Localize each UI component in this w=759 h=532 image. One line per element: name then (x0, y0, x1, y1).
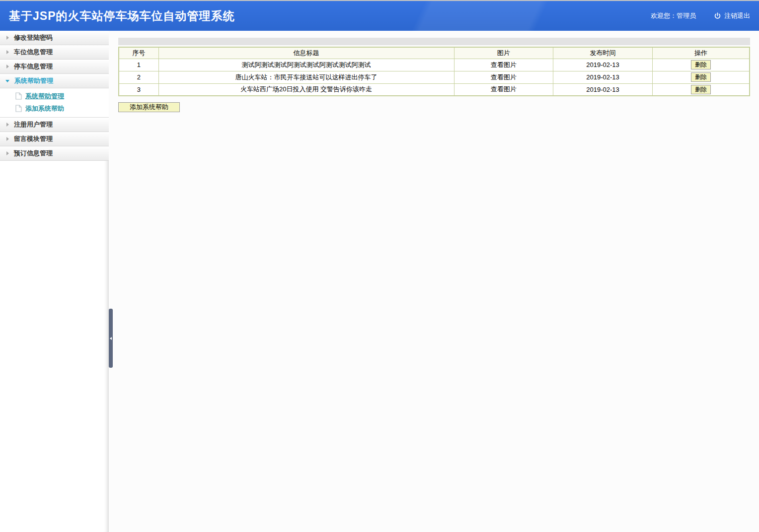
sidebar-item-parking-space-info[interactable]: 车位信息管理 (0, 45, 109, 60)
sidebar-subitem-system-help-management[interactable]: 系统帮助管理 (0, 90, 109, 102)
document-icon (15, 92, 22, 100)
col-header-date: 发布时间 (553, 47, 652, 59)
sidebar-item-parking-info[interactable]: 停车信息管理 (0, 60, 109, 74)
table-row: 1 测试阿测试测试阿测试测试阿测试测试阿测试 查看图片 2019-02-13 删… (119, 59, 750, 71)
view-image-link[interactable]: 查看图片 (454, 83, 553, 96)
welcome-text: 欢迎您：管理员 (651, 11, 696, 20)
view-image-link[interactable]: 查看图片 (454, 71, 553, 83)
add-system-help-button[interactable]: 添加系统帮助 (118, 102, 180, 112)
logout-link[interactable]: 注销退出 (714, 11, 750, 20)
left-arrow-icon (110, 337, 112, 340)
sidebar-collapse-handle[interactable] (109, 309, 113, 368)
cell-no: 3 (119, 83, 158, 96)
sidebar-item-label: 停车信息管理 (14, 62, 53, 71)
sidebar-item-reservation-info[interactable]: 预订信息管理 (0, 146, 109, 161)
chevron-right-icon (6, 137, 9, 141)
header-right: 欢迎您：管理员 注销退出 (651, 11, 750, 20)
delete-button[interactable]: 删除 (691, 60, 711, 69)
chevron-right-icon (6, 65, 9, 68)
logout-label: 注销退出 (724, 11, 750, 20)
col-header-action: 操作 (653, 47, 750, 59)
delete-button[interactable]: 删除 (691, 72, 711, 82)
main-content: 序号 信息标题 图片 发布时间 操作 1 测试阿测试测试阿测试测试阿测试测试阿测… (109, 31, 759, 532)
power-icon (714, 12, 721, 20)
cell-no: 1 (119, 59, 158, 71)
system-help-submenu: 系统帮助管理 添加系统帮助 (0, 88, 109, 118)
table-header-row: 序号 信息标题 图片 发布时间 操作 (119, 47, 750, 59)
sidebar-item-change-password[interactable]: 修改登陆密码 (0, 31, 109, 45)
cell-title: 唐山火车站：市民开车接送站可以这样进出停车了 (158, 71, 454, 83)
cell-action: 删除 (653, 59, 750, 71)
username: 管理员 (677, 11, 696, 20)
chevron-right-icon (6, 36, 9, 40)
table-row: 3 火车站西广场20日投入使用 交警告诉你该咋走 查看图片 2019-02-13… (119, 83, 750, 96)
sidebar-item-label: 修改登陆密码 (14, 33, 53, 42)
document-icon (15, 105, 22, 112)
cell-date: 2019-02-13 (553, 59, 652, 71)
sidebar-item-label: 留言模块管理 (14, 134, 53, 143)
col-header-no: 序号 (119, 47, 158, 59)
cell-date: 2019-02-13 (553, 83, 652, 96)
sidebar-subitem-label: 添加系统帮助 (25, 104, 64, 113)
cell-action: 删除 (653, 71, 750, 83)
sidebar-item-label: 预订信息管理 (14, 149, 53, 158)
delete-button[interactable]: 删除 (691, 85, 711, 94)
toolbar-strip (118, 38, 750, 45)
chevron-right-icon (6, 151, 9, 155)
page-body: 修改登陆密码 车位信息管理 停车信息管理 系统帮助管理 系统帮助管理 (0, 31, 759, 532)
sidebar-item-system-help[interactable]: 系统帮助管理 (0, 74, 109, 88)
sidebar-item-label: 注册用户管理 (14, 120, 53, 129)
sidebar-subitem-add-system-help[interactable]: 添加系统帮助 (0, 102, 109, 115)
sidebar-subitem-label: 系统帮助管理 (25, 92, 64, 101)
sidebar-item-message-module[interactable]: 留言模块管理 (0, 132, 109, 146)
cell-no: 2 (119, 71, 158, 83)
sidebar-item-registered-users[interactable]: 注册用户管理 (0, 118, 109, 132)
app-title: 基于JSP的火车站停车场车位自动管理系统 (9, 8, 234, 24)
chevron-down-icon (5, 80, 9, 82)
cell-date: 2019-02-13 (553, 71, 652, 83)
chevron-right-icon (6, 50, 9, 54)
help-info-table: 序号 信息标题 图片 发布时间 操作 1 测试阿测试测试阿测试测试阿测试测试阿测… (118, 47, 750, 96)
sidebar-item-label: 车位信息管理 (14, 48, 53, 57)
cell-title: 测试阿测试测试阿测试测试阿测试测试阿测试 (158, 59, 454, 71)
col-header-image: 图片 (454, 47, 553, 59)
cell-title: 火车站西广场20日投入使用 交警告诉你该咋走 (158, 83, 454, 96)
sidebar: 修改登陆密码 车位信息管理 停车信息管理 系统帮助管理 系统帮助管理 (0, 31, 109, 532)
cell-action: 删除 (653, 83, 750, 96)
view-image-link[interactable]: 查看图片 (454, 59, 553, 71)
welcome-label: 欢迎您： (651, 11, 677, 20)
chevron-right-icon (6, 123, 9, 127)
app-header: 基于JSP的火车站停车场车位自动管理系统 欢迎您：管理员 注销退出 (0, 0, 759, 31)
sidebar-item-label: 系统帮助管理 (14, 76, 53, 85)
col-header-title: 信息标题 (158, 47, 454, 59)
table-row: 2 唐山火车站：市民开车接送站可以这样进出停车了 查看图片 2019-02-13… (119, 71, 750, 83)
